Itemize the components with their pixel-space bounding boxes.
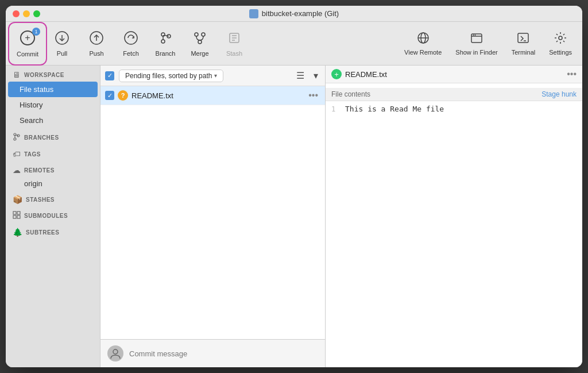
pull-button[interactable]: Pull [45, 24, 79, 63]
branches-label: BRANCHES [24, 134, 59, 141]
origin-label: origin [24, 179, 42, 188]
sidebar-item-history[interactable]: History [8, 97, 98, 113]
sidebar-item-file-status[interactable]: File status [8, 82, 98, 97]
file-checkbox[interactable]: ✓ [105, 91, 114, 100]
minimize-button[interactable] [23, 10, 30, 17]
file-status-badge: ? [118, 90, 128, 101]
branch-icon [158, 30, 173, 48]
window-title: bitbucket-example (Git) [249, 9, 339, 18]
remotes-label: REMOTES [24, 167, 55, 174]
sidebar: 🖥 WORKSPACE File status History Search [6, 66, 100, 367]
merge-icon [192, 30, 207, 48]
diff-panel: + README.txt ••• File contents Stage hun… [326, 66, 582, 367]
diff-line: 1 This is a Read Me file [326, 103, 582, 114]
branches-header[interactable]: BRANCHES [6, 128, 100, 145]
workspace-label: WORKSPACE [24, 72, 64, 78]
tags-header[interactable]: 🏷 TAGS [6, 145, 100, 161]
diff-file-name: README.txt [345, 70, 567, 79]
merge-button[interactable]: Merge [183, 24, 217, 63]
file-list: ✓ ? README.txt ••• [100, 86, 325, 339]
filter-chevron-icon: ▾ [214, 72, 217, 79]
pull-label: Pull [57, 50, 67, 57]
svg-rect-32 [17, 216, 20, 218]
diff-line-content: This is a Read Me file [345, 105, 444, 113]
search-label: Search [20, 116, 43, 125]
settings-button[interactable]: Settings [543, 24, 578, 63]
workspace-header: 🖥 WORKSPACE [6, 66, 100, 82]
sidebar-item-search[interactable]: Search [8, 113, 98, 128]
stash-button[interactable]: Stash [217, 24, 252, 63]
fetch-button[interactable]: Fetch [114, 24, 148, 63]
commit-button[interactable]: + 1 Commit [10, 24, 45, 63]
svg-rect-29 [13, 212, 16, 214]
diff-toolbar: + README.txt ••• [326, 66, 582, 83]
remotes-section: ☁ REMOTES origin [6, 161, 100, 190]
file-status-label: File status [20, 85, 53, 94]
show-in-finder-button[interactable]: Show in Finder [450, 24, 503, 63]
stashes-label: STASHES [26, 197, 55, 203]
submodules-header[interactable]: SUBMODULES [6, 206, 100, 223]
show-in-finder-label: Show in Finder [455, 49, 497, 56]
filter-label: Pending files, sorted by path [125, 72, 212, 80]
stash-icon [227, 30, 242, 48]
tags-label: TAGS [24, 151, 41, 157]
workspace-section: 🖥 WORKSPACE File status History Search [6, 66, 100, 128]
branch-button[interactable]: Branch [148, 24, 183, 63]
remotes-header[interactable]: ☁ REMOTES [6, 161, 100, 177]
file-name: README.txt [131, 91, 306, 100]
settings-label: Settings [549, 49, 572, 56]
maximize-button[interactable] [33, 10, 40, 17]
repo-icon [249, 9, 258, 18]
commit-label: Commit [17, 51, 38, 57]
svg-point-9 [195, 33, 198, 36]
history-label: History [20, 101, 42, 109]
merge-label: Merge [191, 50, 208, 57]
commit-badge: 1 [32, 28, 40, 36]
stashes-header[interactable]: 📦 STASHES [6, 190, 100, 206]
workspace-icon: 🖥 [13, 70, 21, 79]
view-remote-button[interactable]: View Remote [399, 24, 447, 63]
submodules-section: SUBMODULES [6, 206, 100, 223]
terminal-button[interactable]: Terminal [506, 24, 541, 63]
file-panel: ✓ Pending files, sorted by path ▾ ☰ ▾ ✓ … [100, 66, 326, 367]
table-row[interactable]: ✓ ? README.txt ••• [100, 86, 325, 105]
app-window: bitbucket-example (Git) + 1 Commit [6, 6, 582, 367]
subtrees-header[interactable]: 🌲 SUBTREES [6, 223, 100, 239]
sidebar-item-origin[interactable]: origin [6, 177, 100, 190]
push-label: Push [89, 50, 103, 57]
svg-point-21 [474, 34, 475, 36]
svg-point-24 [559, 36, 562, 40]
titlebar: bitbucket-example (Git) [6, 6, 582, 22]
show-in-finder-icon [470, 31, 483, 47]
subtrees-section: 🌲 SUBTREES [6, 223, 100, 239]
toolbar-right-group: View Remote Show in Finder [399, 24, 578, 63]
select-all-checkbox[interactable]: ✓ [105, 71, 114, 80]
view-remote-icon [416, 31, 430, 47]
subtrees-icon: 🌲 [13, 228, 22, 237]
fetch-label: Fetch [123, 50, 139, 57]
close-button[interactable] [13, 10, 20, 17]
list-view-button[interactable]: ☰ [294, 69, 307, 82]
terminal-icon [516, 31, 530, 47]
filter-button[interactable]: Pending files, sorted by path ▾ [119, 70, 223, 82]
commit-area [100, 339, 325, 367]
terminal-label: Terminal [512, 49, 536, 56]
diff-content: File contents Stage hunk 1 This is a Rea… [326, 83, 582, 367]
push-icon [89, 30, 104, 48]
push-button[interactable]: Push [79, 24, 114, 63]
diff-file-add-badge: + [331, 69, 342, 79]
stage-hunk-button[interactable]: Stage hunk [541, 90, 577, 98]
main-content: 🖥 WORKSPACE File status History Search [6, 66, 582, 367]
svg-text:+: + [25, 33, 30, 43]
file-context-menu-button[interactable]: ••• [306, 90, 320, 101]
remotes-icon: ☁ [13, 166, 21, 175]
branches-icon [13, 133, 21, 143]
pull-icon [55, 30, 69, 48]
commit-message-input[interactable] [129, 349, 318, 358]
view-options-button[interactable]: ▾ [311, 69, 320, 82]
stash-label: Stash [226, 50, 242, 57]
diff-context-menu-button[interactable]: ••• [567, 69, 577, 79]
submodules-icon [13, 211, 21, 221]
tags-section: 🏷 TAGS [6, 145, 100, 161]
svg-point-20 [473, 34, 474, 36]
